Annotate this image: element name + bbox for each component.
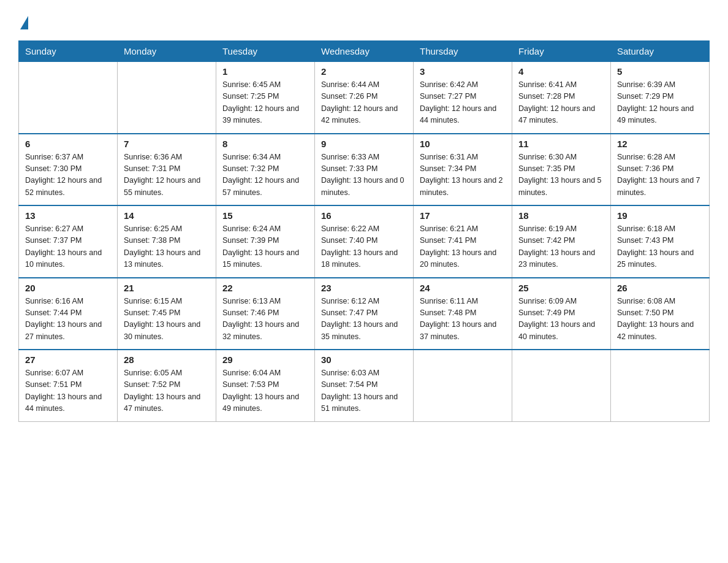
calendar-cell: 2Sunrise: 6:44 AMSunset: 7:26 PMDaylight… [315, 62, 414, 134]
day-info: Sunrise: 6:12 AMSunset: 7:47 PMDaylight:… [321, 296, 407, 343]
calendar-cell: 27Sunrise: 6:07 AMSunset: 7:51 PMDayligh… [19, 350, 118, 421]
calendar-week-row: 1Sunrise: 6:45 AMSunset: 7:25 PMDaylight… [19, 62, 710, 134]
day-info: Sunrise: 6:13 AMSunset: 7:46 PMDaylight:… [222, 296, 308, 343]
calendar-cell: 11Sunrise: 6:30 AMSunset: 7:35 PMDayligh… [512, 134, 611, 206]
calendar-cell [19, 62, 118, 134]
calendar-cell: 1Sunrise: 6:45 AMSunset: 7:25 PMDaylight… [216, 62, 315, 134]
day-info: Sunrise: 6:25 AMSunset: 7:38 PMDaylight:… [124, 223, 210, 271]
day-info: Sunrise: 6:11 AMSunset: 7:48 PMDaylight:… [420, 296, 506, 343]
day-number: 25 [518, 283, 604, 293]
day-number: 17 [420, 210, 506, 221]
calendar-cell: 24Sunrise: 6:11 AMSunset: 7:48 PMDayligh… [414, 278, 512, 350]
weekday-header: Wednesday [315, 41, 414, 62]
day-number: 19 [617, 210, 703, 221]
day-number: 16 [321, 210, 407, 221]
calendar-cell [118, 62, 216, 134]
calendar-cell: 16Sunrise: 6:22 AMSunset: 7:40 PMDayligh… [315, 205, 414, 278]
calendar-cell: 10Sunrise: 6:31 AMSunset: 7:34 PMDayligh… [414, 134, 512, 206]
calendar-cell: 30Sunrise: 6:03 AMSunset: 7:54 PMDayligh… [315, 350, 414, 421]
day-number: 23 [321, 283, 407, 293]
calendar-cell: 3Sunrise: 6:42 AMSunset: 7:27 PMDaylight… [414, 62, 512, 134]
day-info: Sunrise: 6:44 AMSunset: 7:26 PMDaylight:… [321, 79, 407, 127]
day-info: Sunrise: 6:19 AMSunset: 7:42 PMDaylight:… [518, 223, 604, 271]
day-info: Sunrise: 6:33 AMSunset: 7:33 PMDaylight:… [321, 151, 407, 199]
calendar-cell: 6Sunrise: 6:37 AMSunset: 7:30 PMDaylight… [19, 134, 118, 206]
weekday-header: Sunday [19, 41, 118, 62]
page-header [18, 12, 710, 29]
day-number: 3 [420, 66, 506, 77]
weekday-header: Saturday [611, 41, 710, 62]
calendar-cell [611, 350, 710, 421]
day-number: 29 [222, 354, 308, 365]
day-number: 11 [518, 139, 604, 149]
day-number: 22 [222, 283, 308, 293]
weekday-header: Thursday [414, 41, 512, 62]
weekday-header: Monday [118, 41, 216, 62]
day-info: Sunrise: 6:21 AMSunset: 7:41 PMDaylight:… [420, 223, 506, 271]
day-number: 1 [222, 66, 308, 77]
day-info: Sunrise: 6:45 AMSunset: 7:25 PMDaylight:… [222, 79, 308, 127]
calendar-cell: 22Sunrise: 6:13 AMSunset: 7:46 PMDayligh… [216, 278, 315, 350]
day-info: Sunrise: 6:18 AMSunset: 7:43 PMDaylight:… [617, 223, 703, 271]
calendar-cell [414, 350, 512, 421]
day-number: 12 [617, 139, 703, 149]
day-number: 30 [321, 354, 407, 365]
day-info: Sunrise: 6:05 AMSunset: 7:52 PMDaylight:… [124, 367, 210, 415]
day-info: Sunrise: 6:07 AMSunset: 7:51 PMDaylight:… [25, 367, 111, 415]
day-number: 10 [420, 139, 506, 149]
calendar-cell: 20Sunrise: 6:16 AMSunset: 7:44 PMDayligh… [19, 278, 118, 350]
calendar-cell: 19Sunrise: 6:18 AMSunset: 7:43 PMDayligh… [611, 205, 710, 278]
calendar-cell: 26Sunrise: 6:08 AMSunset: 7:50 PMDayligh… [611, 278, 710, 350]
calendar-week-row: 13Sunrise: 6:27 AMSunset: 7:37 PMDayligh… [19, 205, 710, 278]
day-number: 26 [617, 283, 703, 293]
calendar-cell: 25Sunrise: 6:09 AMSunset: 7:49 PMDayligh… [512, 278, 611, 350]
day-info: Sunrise: 6:39 AMSunset: 7:29 PMDaylight:… [617, 79, 703, 127]
calendar-cell: 5Sunrise: 6:39 AMSunset: 7:29 PMDaylight… [611, 62, 710, 134]
day-info: Sunrise: 6:09 AMSunset: 7:49 PMDaylight:… [518, 296, 604, 343]
day-number: 21 [124, 283, 210, 293]
calendar-cell: 29Sunrise: 6:04 AMSunset: 7:53 PMDayligh… [216, 350, 315, 421]
day-number: 24 [420, 283, 506, 293]
day-number: 28 [124, 354, 210, 365]
calendar-cell [512, 350, 611, 421]
calendar-cell: 15Sunrise: 6:24 AMSunset: 7:39 PMDayligh… [216, 205, 315, 278]
day-number: 27 [25, 354, 111, 365]
day-info: Sunrise: 6:36 AMSunset: 7:31 PMDaylight:… [124, 151, 210, 199]
day-number: 20 [25, 283, 111, 293]
weekday-header: Friday [512, 41, 611, 62]
day-info: Sunrise: 6:41 AMSunset: 7:28 PMDaylight:… [518, 79, 604, 127]
day-info: Sunrise: 6:16 AMSunset: 7:44 PMDaylight:… [25, 296, 111, 343]
day-number: 13 [25, 210, 111, 221]
day-number: 8 [222, 139, 308, 149]
day-number: 6 [25, 139, 111, 149]
day-number: 9 [321, 139, 407, 149]
day-info: Sunrise: 6:30 AMSunset: 7:35 PMDaylight:… [518, 151, 604, 199]
day-info: Sunrise: 6:04 AMSunset: 7:53 PMDaylight:… [222, 367, 308, 415]
calendar-week-row: 27Sunrise: 6:07 AMSunset: 7:51 PMDayligh… [19, 350, 710, 421]
day-number: 5 [617, 66, 703, 77]
calendar-cell: 28Sunrise: 6:05 AMSunset: 7:52 PMDayligh… [118, 350, 216, 421]
logo-triangle-icon [20, 16, 28, 29]
calendar-cell: 18Sunrise: 6:19 AMSunset: 7:42 PMDayligh… [512, 205, 611, 278]
calendar-cell: 4Sunrise: 6:41 AMSunset: 7:28 PMDaylight… [512, 62, 611, 134]
day-info: Sunrise: 6:22 AMSunset: 7:40 PMDaylight:… [321, 223, 407, 271]
day-info: Sunrise: 6:28 AMSunset: 7:36 PMDaylight:… [617, 151, 703, 199]
calendar-cell: 8Sunrise: 6:34 AMSunset: 7:32 PMDaylight… [216, 134, 315, 206]
weekday-header: Tuesday [216, 41, 315, 62]
day-info: Sunrise: 6:37 AMSunset: 7:30 PMDaylight:… [25, 151, 111, 199]
calendar-cell: 21Sunrise: 6:15 AMSunset: 7:45 PMDayligh… [118, 278, 216, 350]
calendar-header-row: SundayMondayTuesdayWednesdayThursdayFrid… [19, 41, 710, 62]
calendar-cell: 9Sunrise: 6:33 AMSunset: 7:33 PMDaylight… [315, 134, 414, 206]
day-info: Sunrise: 6:27 AMSunset: 7:37 PMDaylight:… [25, 223, 111, 271]
calendar-cell: 17Sunrise: 6:21 AMSunset: 7:41 PMDayligh… [414, 205, 512, 278]
calendar-table: SundayMondayTuesdayWednesdayThursdayFrid… [18, 40, 710, 422]
calendar-cell: 23Sunrise: 6:12 AMSunset: 7:47 PMDayligh… [315, 278, 414, 350]
logo [18, 16, 28, 29]
day-info: Sunrise: 6:34 AMSunset: 7:32 PMDaylight:… [222, 151, 308, 199]
calendar-cell: 7Sunrise: 6:36 AMSunset: 7:31 PMDaylight… [118, 134, 216, 206]
day-info: Sunrise: 6:15 AMSunset: 7:45 PMDaylight:… [124, 296, 210, 343]
day-info: Sunrise: 6:24 AMSunset: 7:39 PMDaylight:… [222, 223, 308, 271]
day-info: Sunrise: 6:31 AMSunset: 7:34 PMDaylight:… [420, 151, 506, 199]
calendar-week-row: 20Sunrise: 6:16 AMSunset: 7:44 PMDayligh… [19, 278, 710, 350]
calendar-cell: 12Sunrise: 6:28 AMSunset: 7:36 PMDayligh… [611, 134, 710, 206]
